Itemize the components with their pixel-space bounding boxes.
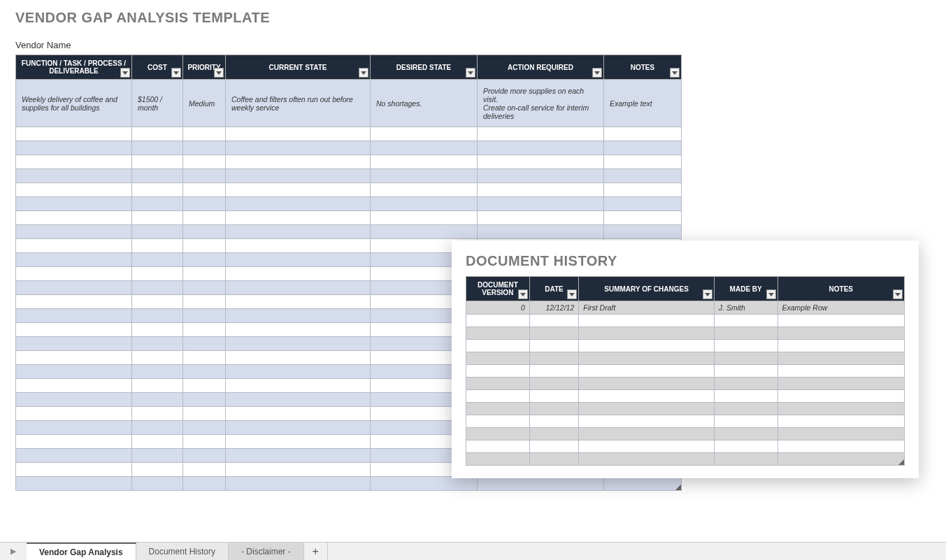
table-row[interactable] xyxy=(466,378,905,390)
cell-function[interactable]: Weekly delivery of coffee and supplies f… xyxy=(16,80,132,127)
table-row[interactable] xyxy=(16,183,682,197)
cell-summary[interactable]: First Draft xyxy=(579,301,715,315)
table-row[interactable] xyxy=(466,365,905,378)
table-row[interactable] xyxy=(466,440,905,453)
tab-document-history[interactable]: Document History xyxy=(136,543,229,560)
page-title: VENDOR GAP ANALYSIS TEMPLATE xyxy=(0,0,946,26)
document-history-table: DOCUMENT VERSION DATE SUMMARY OF CHANGES… xyxy=(466,276,905,466)
sheet-tab-strip: ▶ Vendor Gap Analysis Document History -… xyxy=(0,542,946,560)
resize-handle-icon[interactable] xyxy=(898,459,904,465)
document-history-title: DOCUMENT HISTORY xyxy=(466,253,905,269)
table-row[interactable] xyxy=(466,428,905,440)
document-history-panel: DOCUMENT HISTORY DOCUMENT VERSION DATE S… xyxy=(452,240,919,478)
table-row[interactable] xyxy=(16,141,682,155)
table-row[interactable]: 0 12/12/12 First Draft J. Smith Example … xyxy=(466,301,905,315)
cell-notes[interactable]: Example text xyxy=(604,80,682,127)
tab-nav-icon[interactable]: ▶ xyxy=(0,543,27,560)
col-header-priority[interactable]: PRIORITY xyxy=(183,55,226,80)
table-row[interactable] xyxy=(16,211,682,225)
col-header-current[interactable]: CURRENT STATE xyxy=(226,55,371,80)
filter-icon[interactable] xyxy=(703,289,712,299)
cell-action[interactable]: Provide more supplies on each visit. Cre… xyxy=(478,80,604,127)
col-header-version[interactable]: DOCUMENT VERSION xyxy=(466,277,530,301)
col-header-date[interactable]: DATE xyxy=(529,277,579,301)
table-row[interactable] xyxy=(16,225,682,239)
table-row[interactable] xyxy=(16,127,682,141)
cell-priority[interactable]: Medium xyxy=(183,80,226,127)
cell-date[interactable]: 12/12/12 xyxy=(529,301,579,315)
filter-icon[interactable] xyxy=(359,68,368,78)
vendor-name-label: Vendor Name xyxy=(0,26,946,55)
table-row[interactable] xyxy=(466,403,905,415)
filter-icon[interactable] xyxy=(670,68,680,78)
col-header-function[interactable]: FUNCTION / TASK / PROCESS / DELIVERABLE xyxy=(16,55,132,80)
tab-disclaimer[interactable]: - Disclaimer - xyxy=(229,543,304,560)
col-header-hnotes[interactable]: NOTES xyxy=(777,277,904,301)
table-row[interactable] xyxy=(16,155,682,169)
table-row[interactable] xyxy=(16,197,682,211)
filter-icon[interactable] xyxy=(567,289,577,299)
table-row[interactable] xyxy=(16,169,682,183)
filter-icon[interactable] xyxy=(592,68,602,78)
add-sheet-button[interactable]: + xyxy=(304,543,328,560)
filter-icon[interactable] xyxy=(466,68,475,78)
col-header-notes[interactable]: NOTES xyxy=(604,55,682,80)
col-header-action[interactable]: ACTION REQUIRED xyxy=(478,55,604,80)
cell-madeby[interactable]: J. Smith xyxy=(714,301,777,315)
table-row[interactable] xyxy=(466,453,905,466)
cell-desired[interactable]: No shortages. xyxy=(371,80,478,127)
table-row[interactable] xyxy=(466,340,905,352)
filter-icon[interactable] xyxy=(893,289,903,299)
filter-icon[interactable] xyxy=(518,289,528,299)
resize-handle-icon[interactable] xyxy=(675,484,681,490)
tab-vendor-gap-analysis[interactable]: Vendor Gap Analysis xyxy=(27,543,136,560)
table-row[interactable] xyxy=(16,477,682,491)
table-row[interactable] xyxy=(466,415,905,428)
col-header-desired[interactable]: DESIRED STATE xyxy=(371,55,478,80)
table-row[interactable] xyxy=(466,352,905,365)
col-header-summary[interactable]: SUMMARY OF CHANGES xyxy=(579,277,715,301)
filter-icon[interactable] xyxy=(120,68,130,78)
table-row[interactable]: Weekly delivery of coffee and supplies f… xyxy=(16,80,682,127)
col-header-cost[interactable]: COST xyxy=(132,55,183,80)
cell-version[interactable]: 0 xyxy=(466,301,530,315)
cell-cost[interactable]: $1500 / month xyxy=(132,80,183,127)
filter-icon[interactable] xyxy=(766,289,776,299)
cell-hnotes[interactable]: Example Row xyxy=(777,301,904,315)
table-row[interactable] xyxy=(466,390,905,403)
table-row[interactable] xyxy=(466,315,905,327)
col-header-madeby[interactable]: MADE BY xyxy=(714,277,777,301)
filter-icon[interactable] xyxy=(214,68,224,78)
cell-current[interactable]: Coffee and filters often run out before … xyxy=(226,80,371,127)
table-row[interactable] xyxy=(466,327,905,340)
filter-icon[interactable] xyxy=(171,68,181,78)
